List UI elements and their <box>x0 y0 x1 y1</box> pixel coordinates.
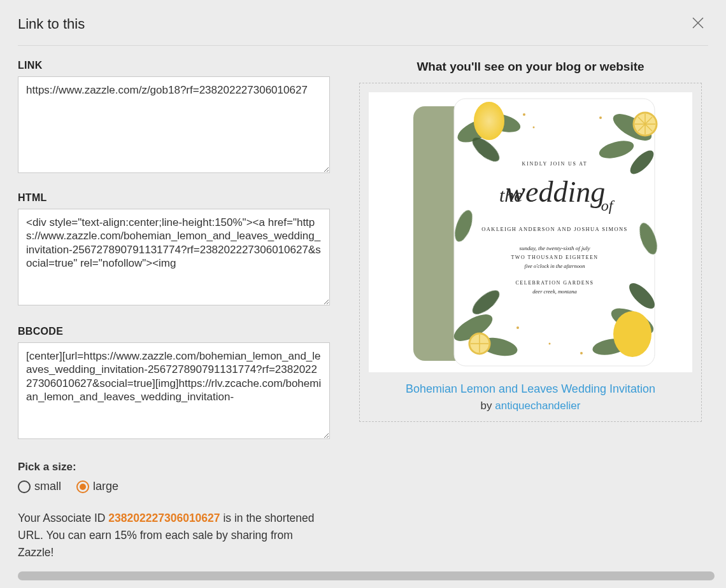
byline: by antiquechandelier <box>369 400 692 412</box>
svg-point-34 <box>516 326 519 329</box>
svg-point-20 <box>613 311 651 357</box>
card-names: OAKLEIGH ANDERSON AND JOSHUA SIMONS <box>481 226 627 232</box>
svg-point-31 <box>599 116 602 119</box>
close-button[interactable] <box>688 13 708 35</box>
size-radio-large[interactable]: large <box>76 480 118 493</box>
size-radio-small[interactable]: small <box>18 480 61 493</box>
bbcode-label: BBCODE <box>18 326 330 337</box>
card-date2: TWO THOUSAND EIGHTEEN <box>511 255 598 260</box>
left-column: LINK HTML BBCODE Pick a size: small <box>18 60 330 561</box>
designer-link[interactable]: antiquechandelier <box>495 400 580 412</box>
horizontal-scrollbar[interactable] <box>18 571 715 580</box>
size-radio-large-label: large <box>93 480 118 493</box>
link-to-this-modal: Link to this LINK HTML BBCODE Pick a siz… <box>0 0 726 588</box>
preview-frame: KINDLY JOIN US AT the wedding of OAKLEIG… <box>359 83 702 422</box>
svg-point-19 <box>474 102 504 140</box>
modal-header: Link to this <box>18 13 708 35</box>
svg-point-30 <box>533 127 535 129</box>
link-textarea[interactable] <box>18 76 330 173</box>
content-columns: LINK HTML BBCODE Pick a size: small <box>18 60 702 561</box>
content-scroll[interactable]: LINK HTML BBCODE Pick a size: small <box>18 60 708 588</box>
svg-point-33 <box>549 343 551 345</box>
radio-dot-icon <box>76 480 89 493</box>
link-label: LINK <box>18 60 330 71</box>
card-kicker: KINDLY JOIN US AT <box>522 161 587 167</box>
right-column: What you'll see on your blog or website <box>359 60 702 561</box>
pick-size-label: Pick a size: <box>18 461 330 473</box>
product-title-link[interactable]: Bohemian Lemon and Leaves Wedding Invita… <box>369 382 692 396</box>
modal-title: Link to this <box>18 16 85 32</box>
card-city: deer creek, montana <box>532 288 576 295</box>
svg-point-29 <box>523 113 525 116</box>
html-label: HTML <box>18 192 330 204</box>
bbcode-textarea[interactable] <box>18 342 330 439</box>
assoc-prefix: Your Associate ID <box>18 512 108 524</box>
html-textarea[interactable] <box>18 209 330 305</box>
preview-heading: What you'll see on your blog or website <box>359 60 702 74</box>
close-icon <box>692 17 704 29</box>
svg-point-32 <box>580 352 583 354</box>
card-time: five o'clock in the afternoon <box>525 263 585 269</box>
associate-id-note: Your Associate ID 238202227306010627 is … <box>18 510 317 561</box>
associate-id: 238202227306010627 <box>108 512 220 524</box>
card-headline-word: wedding <box>506 176 605 208</box>
by-text: by <box>481 400 495 412</box>
invitation-illustration: KINDLY JOIN US AT the wedding of OAKLEIG… <box>369 92 692 372</box>
divider <box>18 45 708 46</box>
size-radio-group: small large <box>18 480 330 493</box>
card-date1: sunday, the twenty-sixth of july <box>519 245 590 251</box>
radio-dot-icon <box>18 480 31 493</box>
card-venue: CELEBRATION GARDENS <box>516 280 594 286</box>
product-preview-image: KINDLY JOIN US AT the wedding of OAKLEIG… <box>369 92 692 372</box>
size-radio-small-label: small <box>34 480 61 493</box>
